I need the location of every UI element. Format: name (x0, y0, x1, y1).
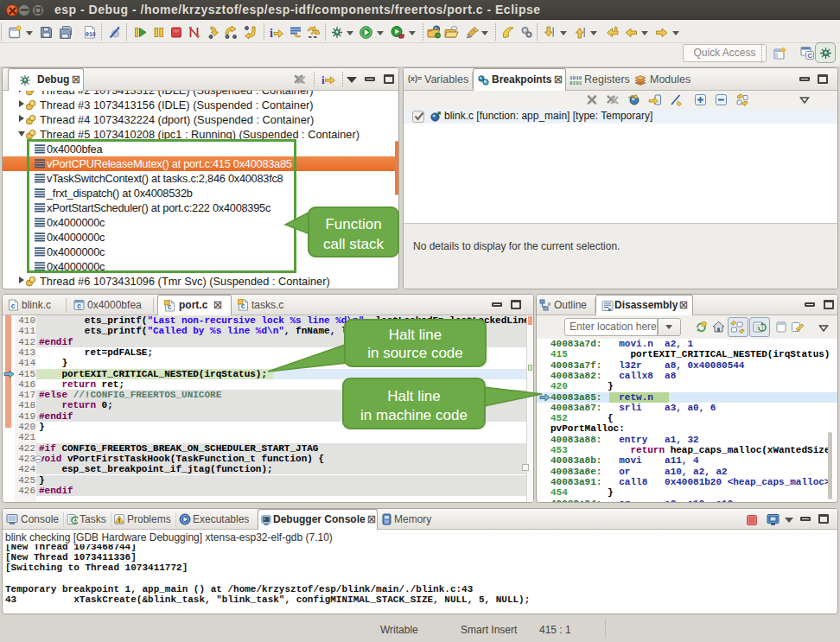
svg-text:c: c (77, 302, 81, 311)
svg-text:C: C (808, 52, 813, 60)
svg-text:c: c (11, 302, 16, 311)
svg-text:i: i (270, 27, 273, 40)
svg-text:i: i (321, 73, 325, 86)
svg-text:010: 010 (86, 32, 96, 38)
svg-text:0101: 0101 (570, 80, 582, 86)
